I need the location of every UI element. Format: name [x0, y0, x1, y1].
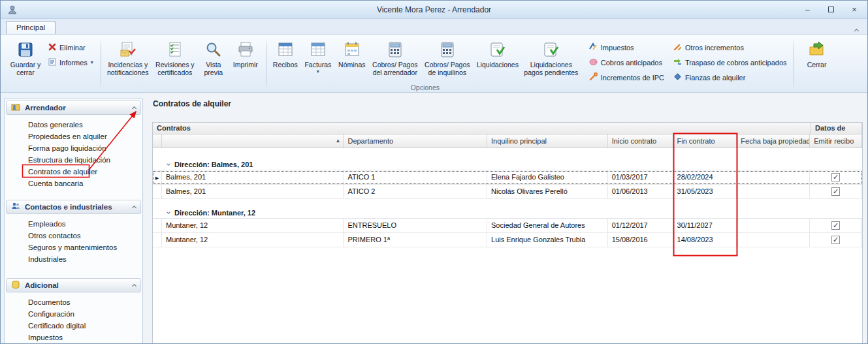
cell-departamento[interactable]: ATICO 2	[344, 185, 487, 198]
cerrar-button[interactable]: Cerrar	[797, 38, 837, 83]
cobros-pagos-arrendador-button[interactable]: Cobros/ Pagos del arrendador	[369, 38, 421, 83]
cell-direccion[interactable]: Balmes, 201	[162, 170, 344, 184]
chevron-up-icon	[854, 29, 859, 33]
cell-fecha-baja[interactable]	[737, 185, 810, 198]
cell-direccion[interactable]: Muntaner, 12	[162, 219, 344, 232]
emitir-checkbox[interactable]: ✓	[831, 221, 840, 230]
table-row[interactable]: Muntaner, 12 PRIMERO 1ª Luis Enrique Gon…	[153, 233, 862, 247]
cobros-anticipados-label: Cobros anticipados	[601, 59, 662, 67]
window-title: Vicente Mora Perez - Arrendador	[1, 5, 867, 14]
sidebar-item-cuenta-bancaria[interactable]: Cuenta bancaria	[6, 178, 141, 189]
chevron-up-icon[interactable]	[133, 204, 136, 210]
cell-fin[interactable]: 14/08/2023	[673, 233, 737, 247]
nominas-button[interactable]: Nóminas	[335, 38, 369, 83]
sidebar-item-contratos-de-alquiler[interactable]: Contratos de alquiler	[6, 166, 141, 178]
magnifier-icon	[205, 40, 222, 59]
cell-direccion[interactable]: Balmes, 201	[162, 185, 344, 198]
ribbon-collapse-button[interactable]	[855, 23, 858, 35]
liquidaciones-pendientes-button[interactable]: Liquidaciones pagos pendientes	[522, 38, 581, 83]
column-header-direccion[interactable]: ▲	[162, 134, 344, 148]
dropdown-icon: ▾	[91, 61, 93, 65]
column-header-inquilino[interactable]: Inquilino principal	[487, 134, 608, 148]
cobros-pagos-inquilinos-button[interactable]: Cobros/ Pagos de inquilinos	[421, 38, 474, 83]
emitir-checkbox[interactable]: ✓	[831, 236, 840, 244]
imprimir-button[interactable]: Imprimir	[229, 38, 263, 83]
cell-fecha-baja[interactable]	[737, 233, 810, 247]
traspaso-button[interactable]: Traspaso de cobros anticipados	[671, 57, 790, 68]
maximize-button[interactable]	[824, 5, 837, 15]
table-row[interactable]: ▶ Balmes, 201 ATICO 1 Elena Fajardo Gali…	[153, 170, 862, 185]
revisiones-button[interactable]: Revisiones y certificados	[152, 38, 199, 83]
sidebar-item-propiedades-en-alquiler[interactable]: Propiedades en alquiler	[6, 131, 141, 142]
sidebar-item-datos-generales[interactable]: Datos generales	[6, 119, 141, 131]
column-header-departamento[interactable]: Departamento	[344, 134, 487, 148]
cell-inquilino[interactable]: Elena Fajardo Galisteo	[487, 170, 608, 184]
incrementos-ipc-button[interactable]: Incrementos de IPC	[587, 72, 667, 83]
facturas-button[interactable]: Facturas ▾	[301, 38, 335, 83]
sidebar-item-documentos[interactable]: Documentos	[6, 296, 141, 308]
cell-inicio[interactable]: 15/08/2016	[608, 233, 673, 247]
emitir-checkbox[interactable]: ✓	[831, 173, 840, 181]
cell-inicio[interactable]: 01/03/2017	[608, 170, 673, 184]
cell-inicio[interactable]: 01/06/2013	[608, 185, 673, 198]
group-row-balmes[interactable]: Dirección: Balmes, 201	[153, 159, 862, 170]
cell-fin[interactable]: 28/02/2024	[673, 170, 737, 184]
sidebar-item-impuestos[interactable]: Impuestos	[6, 332, 141, 343]
cell-direccion[interactable]: Muntaner, 12	[162, 233, 344, 247]
tools-icon	[673, 42, 682, 52]
emitir-checkbox[interactable]: ✓	[831, 187, 840, 196]
row-indicator: ▶	[153, 170, 162, 184]
column-header-inicio-contrato[interactable]: Inicio contrato	[608, 134, 673, 148]
liquidaciones-button[interactable]: Liquidaciones	[474, 38, 522, 83]
recibos-label: Recibos	[273, 61, 298, 69]
minimize-button[interactable]: –	[801, 5, 814, 15]
cell-departamento[interactable]: PRIMERO 1ª	[344, 233, 487, 247]
otros-incrementos-button[interactable]: Otros incrementos	[671, 42, 790, 53]
sidebar-item-industriales[interactable]: Industriales	[6, 253, 141, 265]
cell-inquilino[interactable]: Sociedad General de Autores	[487, 219, 608, 232]
sidebar-section-adicional[interactable]: Adicional	[6, 278, 141, 292]
column-header-emitir-recibo[interactable]: Emitir recibo	[810, 134, 862, 148]
cell-departamento[interactable]: ATICO 1	[344, 170, 487, 184]
sidebar-item-certificado-digital[interactable]: Certificado digital	[6, 320, 141, 332]
cobros-anticipados-button[interactable]: Cobros anticipados	[587, 57, 667, 68]
cell-fecha-baja[interactable]	[737, 219, 810, 232]
sidebar-item-empleados[interactable]: Empleados	[6, 218, 141, 230]
sidebar-item-otros-contactos[interactable]: Otros contactos	[6, 230, 141, 242]
sidebar-section-arrendador[interactable]: Arrendador	[6, 101, 141, 115]
recibos-button[interactable]: Recibos	[270, 38, 301, 83]
cell-inquilino[interactable]: Luis Enrique Gonzales Trubia	[487, 233, 608, 247]
cell-inicio[interactable]: 01/12/2017	[608, 219, 673, 232]
sidebar-item-configuracion[interactable]: Configuración	[6, 308, 141, 320]
cell-fin[interactable]: 31/05/2023	[673, 185, 737, 198]
sidebar-item-seguros-y-mantenimientos[interactable]: Seguros y mantenimientos	[6, 242, 141, 253]
table-row[interactable]: Muntaner, 12 ENTRESUELO Sociedad General…	[153, 219, 862, 233]
close-button[interactable]: ×	[848, 5, 861, 15]
save-and-close-button[interactable]: Guardar y cerrar	[7, 38, 44, 83]
chevron-up-icon[interactable]	[133, 105, 136, 110]
incidencias-button[interactable]: Incidencias y notificaciones	[104, 38, 152, 83]
group-row-muntaner[interactable]: Dirección: Muntaner, 12	[153, 207, 862, 219]
cell-fecha-baja[interactable]	[737, 170, 810, 184]
band-datos[interactable]: Datos de	[811, 123, 862, 134]
sidebar-section-contactos[interactable]: Contactos e industriales	[6, 200, 141, 214]
fianzas-button[interactable]: Fianzas de alquiler	[671, 72, 790, 83]
delete-button[interactable]: Eliminar	[46, 42, 96, 53]
table-row[interactable]: Balmes, 201 ATICO 2 Nicolás Olivares Per…	[153, 185, 862, 199]
vista-previa-button[interactable]: Vista previa	[199, 38, 229, 83]
group-label: Dirección: Balmes, 201	[174, 161, 253, 168]
ribbon-separator	[794, 39, 794, 89]
column-header-fin-contrato[interactable]: Fin contrato	[673, 134, 737, 148]
impuestos-button[interactable]: Impuestos	[587, 42, 667, 53]
column-header-fecha-baja[interactable]: Fecha baja propiedad	[737, 134, 810, 148]
reports-button[interactable]: Informes ▾	[46, 57, 96, 68]
cell-inquilino[interactable]: Nicolás Olivares Perelló	[487, 185, 608, 198]
band-contratos[interactable]: Contratos	[153, 123, 811, 134]
tab-principal[interactable]: Principal	[6, 21, 56, 34]
cell-fin[interactable]: 30/11/2027	[673, 219, 737, 232]
cerrar-label: Cerrar	[807, 61, 827, 69]
sidebar-item-forma-pago-liquidacion[interactable]: Forma pago liquidación	[6, 142, 141, 154]
cell-departamento[interactable]: ENTRESUELO	[344, 219, 487, 232]
sidebar-item-estructura-de-liquidacion[interactable]: Estructura de liquidación	[6, 154, 141, 166]
chevron-up-icon[interactable]	[133, 283, 136, 288]
